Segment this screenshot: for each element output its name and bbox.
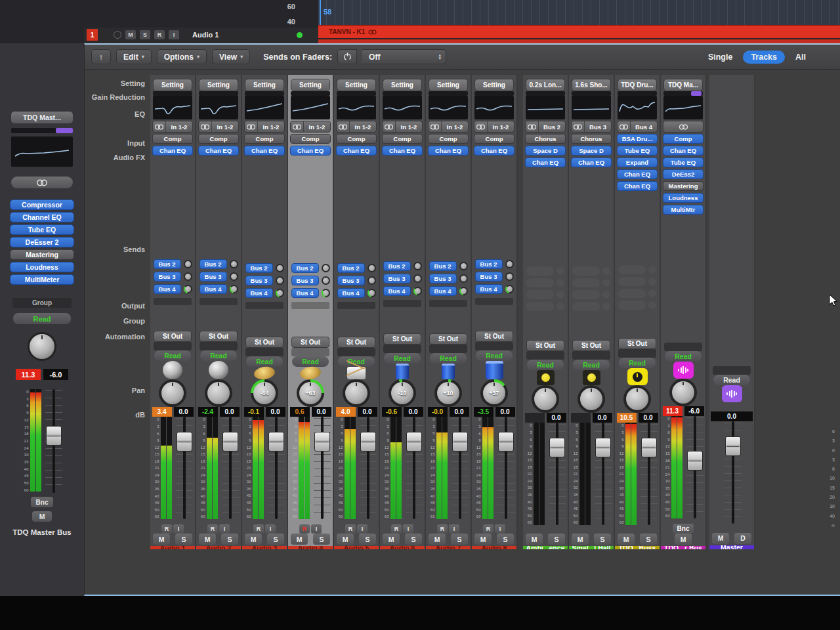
- record-enable-button[interactable]: R: [391, 524, 402, 534]
- audio-fx-slot-button[interactable]: Comp: [428, 134, 469, 144]
- volume-value[interactable]: 0.0: [266, 407, 285, 417]
- output-button[interactable]: St Out: [245, 337, 284, 348]
- track-name-bar[interactable]: TDQ...r Bus: [661, 546, 705, 549]
- input-monitor-button[interactable]: I: [357, 524, 368, 534]
- record-enable-button[interactable]: R: [253, 524, 264, 534]
- send-button[interactable]: Bus 4: [475, 284, 503, 294]
- send-button[interactable]: Bus 3: [383, 274, 411, 284]
- send-level-knob[interactable]: [322, 276, 330, 285]
- pan-knob[interactable]: [28, 332, 56, 361]
- mute-button[interactable]: M: [291, 534, 308, 545]
- audio-fx-slot-button[interactable]: Chan EQ: [198, 146, 239, 156]
- plugin-slot-button[interactable]: Loudness: [10, 262, 74, 272]
- audio-fx-slot-button[interactable]: DeEss2: [663, 169, 704, 179]
- output-button[interactable]: St Out: [291, 337, 329, 348]
- fader-cap[interactable]: [687, 451, 703, 471]
- mute-button[interactable]: M: [125, 30, 136, 39]
- peak-level-value[interactable]: -0.0: [428, 407, 448, 417]
- solo-button[interactable]: S: [640, 534, 657, 545]
- send-button[interactable]: Bus 4: [245, 288, 273, 298]
- channel-setting-button[interactable]: 1.6s Sho...: [572, 79, 611, 91]
- volume-fader[interactable]: [723, 421, 743, 524]
- send-level-knob[interactable]: [413, 262, 422, 270]
- dim-button[interactable]: D: [734, 533, 751, 544]
- fader-cap[interactable]: [498, 432, 514, 452]
- volume-fader[interactable]: [175, 417, 194, 519]
- solo-button[interactable]: S: [548, 534, 565, 545]
- pan-knob[interactable]: +10: [437, 382, 459, 404]
- input-monitor-button[interactable]: I: [173, 524, 184, 534]
- automation-mode-button[interactable]: Read: [13, 313, 71, 324]
- output-button[interactable]: St Out: [475, 331, 513, 342]
- volume-value[interactable]: 0.0: [711, 411, 753, 421]
- record-enable-button[interactable]: R: [437, 524, 448, 534]
- volume-value[interactable]: 0.0: [593, 413, 612, 423]
- mute-button[interactable]: M: [32, 511, 52, 522]
- view-menu[interactable]: View▾: [212, 49, 250, 64]
- send-button[interactable]: Bus 2: [337, 263, 365, 273]
- send-button[interactable]: Bus 2: [154, 259, 181, 269]
- record-enable-button[interactable]: R: [161, 524, 172, 534]
- view-mode-tracks[interactable]: Tracks: [743, 51, 785, 64]
- back-button[interactable]: ↑: [91, 49, 111, 64]
- group-slot[interactable]: [526, 351, 564, 360]
- channel-setting-button[interactable]: Setting: [291, 79, 330, 91]
- send-level-knob[interactable]: [230, 272, 238, 281]
- send-level-knob[interactable]: [276, 276, 284, 285]
- volume-value[interactable]: 0.0: [174, 407, 194, 417]
- volume-value[interactable]: 0.0: [495, 407, 515, 417]
- peak-level-value[interactable]: -2.4: [198, 407, 218, 417]
- send-button[interactable]: Bus 2: [429, 261, 457, 271]
- input-button[interactable]: In 1-2: [382, 121, 423, 133]
- mute-button[interactable]: M: [618, 534, 635, 545]
- send-level-knob[interactable]: [459, 262, 468, 270]
- fader-cap[interactable]: [549, 438, 565, 457]
- automation-mode-button[interactable]: Read: [527, 360, 564, 370]
- send-button[interactable]: Bus 4: [337, 288, 365, 298]
- peak-level-value[interactable]: 11.3: [16, 369, 41, 380]
- fader-cap[interactable]: [360, 432, 376, 452]
- sends-on-faders-select[interactable]: Off ▲▼: [362, 49, 446, 64]
- audio-fx-slot-button[interactable]: Comp: [382, 134, 423, 144]
- send-button[interactable]: Bus 2: [475, 259, 503, 269]
- volume-fader[interactable]: [220, 417, 240, 519]
- send-level-knob[interactable]: [368, 289, 376, 297]
- mute-button[interactable]: M: [572, 534, 589, 545]
- fader-cap[interactable]: [595, 438, 611, 457]
- channel-setting-button[interactable]: 0.2s Lon...: [526, 79, 565, 91]
- output-button[interactable]: St Out: [383, 333, 421, 345]
- volume-fader[interactable]: [593, 423, 613, 525]
- send-level-knob[interactable]: [459, 287, 468, 295]
- group-slot[interactable]: [618, 349, 656, 358]
- eq-thumbnail[interactable]: [383, 96, 422, 119]
- send-button[interactable]: Bus 4: [383, 286, 411, 296]
- options-menu[interactable]: Options▾: [157, 49, 207, 64]
- automation-mode-button[interactable]: Read: [154, 350, 191, 361]
- audio-fx-slot-button[interactable]: Chan EQ: [382, 146, 423, 156]
- send-level-knob[interactable]: [505, 272, 514, 281]
- send-level-knob[interactable]: [322, 289, 330, 297]
- solo-button[interactable]: S: [140, 30, 150, 39]
- audio-fx-slot-button[interactable]: Comp: [336, 134, 377, 144]
- send-level-knob[interactable]: [230, 260, 238, 268]
- audio-fx-slot-button[interactable]: Comp: [290, 134, 331, 144]
- track-name-bar[interactable]: Ambi...ence: [523, 546, 568, 549]
- playhead[interactable]: [320, 0, 321, 25]
- send-button[interactable]: Bus 3: [429, 274, 457, 284]
- solo-button[interactable]: S: [267, 534, 284, 545]
- send-level-knob[interactable]: [230, 285, 238, 293]
- volume-fader[interactable]: [312, 417, 332, 519]
- eq-thumbnail[interactable]: [526, 96, 565, 119]
- mute-button[interactable]: M: [526, 534, 543, 545]
- volume-fader[interactable]: [266, 417, 286, 519]
- pan-knob[interactable]: [207, 382, 230, 404]
- fader-cap[interactable]: [46, 426, 62, 446]
- group-slot[interactable]: [664, 343, 702, 351]
- output-button[interactable]: St Out: [429, 333, 467, 345]
- send-level-knob[interactable]: [184, 272, 192, 281]
- peak-level-value[interactable]: [571, 413, 591, 423]
- audio-fx-slot-button[interactable]: Comp: [152, 134, 193, 144]
- mute-button[interactable]: M: [429, 534, 446, 545]
- plugin-slot-button[interactable]: Compressor: [10, 200, 74, 210]
- eq-thumbnail[interactable]: [245, 96, 284, 119]
